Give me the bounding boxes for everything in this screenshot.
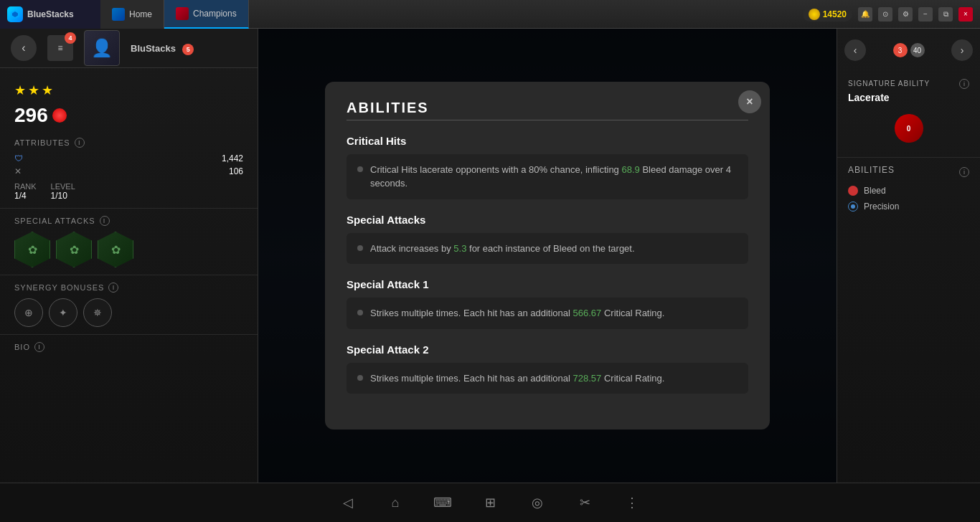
special-attack-1-content: Strikes multiple times. Each hit has an … [347, 298, 748, 329]
menu-icon: ≡ [57, 43, 62, 53]
signature-ability-section: SIGNATURE ABILITY Lacerate i 0 [837, 72, 980, 150]
bio-section: BIO i [0, 334, 258, 365]
modal-overlay: × ABILITIES Critical Hits Critical Hits … [258, 29, 837, 483]
menu-bottom-btn[interactable]: ⋮ [619, 490, 645, 516]
player-badge: 5 [182, 44, 194, 55]
home-tab[interactable]: Home [100, 0, 164, 29]
critical-hits-text: Critical Hits lacerate opponents with a … [370, 163, 738, 191]
synergy-info-icon[interactable]: i [108, 283, 118, 293]
sig-ability-name: Lacerate [848, 92, 930, 103]
star-3: ★ [42, 82, 53, 98]
champion-power: 296 [14, 104, 243, 127]
minimize-btn[interactable]: − [918, 7, 933, 22]
precision-ability-item: Precision [848, 201, 969, 212]
close-btn[interactable]: × [958, 7, 973, 22]
bluestacks-logo: BlueStacks [0, 0, 100, 29]
critical-hits-title: Critical Hits [347, 135, 748, 147]
location-btn[interactable]: ◎ [524, 490, 550, 516]
sig-level-text: 0 [907, 125, 911, 133]
sa1-text-before: Strikes multiple times. Each hit has an … [370, 308, 573, 318]
bottom-nav: ◁ ⌂ ⌨ ⊞ ◎ ✂ ⋮ [0, 483, 980, 522]
synergy-section: SYNERGY BONUSES i ⊕ ✦ ✵ [0, 275, 258, 334]
bullet-dot-1 [357, 166, 363, 172]
left-arrow-icon: ‹ [854, 44, 857, 56]
special-attack-1-section: Special Attack 1 Strikes multiple times.… [347, 278, 748, 329]
special-attacks-modal-content: Attack increases by 5.3 for each instanc… [347, 233, 748, 265]
sig-ability-info-icon[interactable]: i [959, 79, 969, 89]
x-value: 106 [229, 166, 243, 176]
shield-icon: 🛡 [14, 153, 23, 163]
level-item: LEVEL 1/10 [51, 182, 75, 201]
notification-btn[interactable]: 🔔 [858, 7, 872, 22]
bio-label: BIO [14, 343, 30, 351]
attack-icons: ✿ ✿ ✿ [14, 232, 243, 267]
special-attacks-label: SPECIAL ATTACKS [14, 217, 95, 225]
precision-label: Precision [864, 201, 899, 212]
bluestacks-icon [7, 6, 23, 22]
attributes-info-icon[interactable]: i [75, 138, 85, 148]
champion-avatar: 👤 [84, 30, 120, 66]
attack-icon-2[interactable]: ✿ [56, 232, 92, 267]
bleed-label: Bleed [864, 186, 886, 196]
special-attacks-section: SPECIAL ATTACKS i ✿ ✿ ✿ [0, 208, 258, 275]
champion-icon: 👤 [91, 38, 113, 58]
abilities-right-section: ABILITIES i Bleed Precision [837, 157, 980, 219]
restore-btn[interactable]: ⧉ [938, 7, 953, 22]
special-attack-2-section: Special Attack 2 Strikes multiple times.… [347, 343, 748, 394]
modal-close-button[interactable]: × [738, 90, 761, 113]
attack-icon-3[interactable]: ✿ [98, 232, 133, 267]
special-attacks-highlight: 5.3 [453, 243, 466, 254]
left-nav-arrow[interactable]: ‹ [844, 39, 866, 61]
power-icon [52, 108, 67, 123]
menu-badge: 4 [65, 32, 76, 44]
synergy-icon-3[interactable]: ✵ [83, 298, 112, 327]
coin-icon [809, 9, 820, 20]
home-bottom-btn[interactable]: ⌂ [382, 490, 408, 516]
back-bottom-btn[interactable]: ◁ [335, 490, 361, 516]
abilities-modal: × ABILITIES Critical Hits Critical Hits … [325, 82, 770, 430]
bio-info-icon[interactable]: i [34, 342, 44, 352]
home-tab-icon [112, 8, 125, 21]
synergy-icon-1[interactable]: ⊕ [14, 298, 43, 327]
special-attacks-info-icon[interactable]: i [100, 216, 110, 226]
special-attack-2-bullet: Strikes multiple times. Each hit has an … [357, 371, 738, 386]
champions-tab[interactable]: Champions [164, 0, 249, 29]
champions-tab-icon [176, 7, 189, 20]
critical-hits-section: Critical Hits Critical Hits lacerate opp… [347, 135, 748, 199]
right-nav-arrow[interactable]: › [951, 39, 973, 61]
title-bar: BlueStacks Home Champions 14520 🔔 ⊙ ⚙ − … [0, 0, 980, 29]
attack-icon-1[interactable]: ✿ [14, 232, 50, 267]
player-name: BluStacks [131, 43, 176, 54]
bullet-dot-3 [357, 310, 363, 315]
champion-stars: ★ ★ ★ [14, 82, 243, 98]
champions-tab-label: Champions [193, 9, 237, 19]
x-attr-row: ✕ 106 [14, 166, 243, 176]
record-btn[interactable]: ⊙ [878, 7, 892, 22]
settings-btn[interactable]: ⚙ [898, 7, 913, 22]
special-attack-1-text: Strikes multiple times. Each hit has an … [370, 306, 664, 321]
synergy-header: SYNERGY BONUSES i [14, 283, 243, 293]
special-attack-2-title: Special Attack 2 [347, 343, 748, 356]
level-label: LEVEL [51, 182, 75, 191]
shield-attr-row: 🛡 1,442 [14, 153, 243, 163]
scissors-btn[interactable]: ✂ [572, 490, 598, 516]
shield-value: 1,442 [222, 153, 243, 163]
synergy-icon-2[interactable]: ✦ [49, 298, 77, 327]
attributes-label: ATTRIBUTES [14, 138, 70, 147]
abilities-info-icon[interactable]: i [959, 167, 969, 177]
home-tab-label: Home [129, 9, 152, 19]
sa2-highlight: 728.57 [573, 373, 602, 384]
sig-ability-level-icon: 0 [895, 114, 923, 143]
sa2-text-after: Critical Rating. [601, 373, 664, 384]
back-button[interactable]: ‹ [11, 35, 37, 61]
special-attack-2-content: Strikes multiple times. Each hit has an … [347, 363, 748, 394]
menu-button[interactable]: ≡ 4 [47, 35, 73, 61]
keyboard-btn[interactable]: ⌨ [430, 490, 456, 516]
modal-divider [347, 120, 748, 120]
sa2-text-before: Strikes multiple times. Each hit has an … [370, 373, 573, 384]
nav-bar: ‹ ≡ 4 👤 BluStacks 5 [0, 29, 258, 68]
screenshot-btn[interactable]: ⊞ [477, 490, 503, 516]
abilities-right-label: ABILITIES [848, 165, 895, 176]
right-arrow-icon: › [961, 44, 964, 56]
sig-ability-title: SIGNATURE ABILITY [848, 79, 930, 88]
